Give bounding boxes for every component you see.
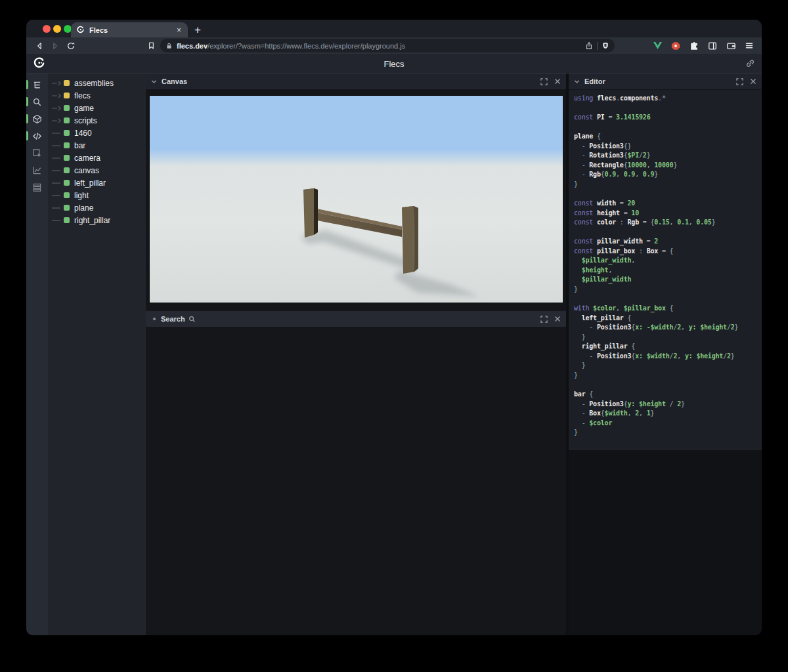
browser-tab[interactable]: Flecs ×: [71, 22, 188, 37]
search-close-icon[interactable]: [554, 316, 561, 322]
editor-fullscreen-icon[interactable]: [736, 78, 743, 85]
tree-item-scripts[interactable]: scripts: [48, 114, 146, 127]
code-line: - $color: [574, 419, 756, 429]
search-fullscreen-icon[interactable]: [540, 316, 548, 323]
code-line: $height,: [574, 266, 756, 276]
tree-item-camera[interactable]: camera: [48, 152, 146, 164]
tree-item-game[interactable]: game: [48, 102, 146, 114]
tree-item-right_pillar[interactable]: right_pillar: [48, 214, 146, 226]
code-line: }: [574, 333, 756, 343]
forward-icon[interactable]: [47, 39, 63, 52]
code-line: - Box{$width, 2, 1}: [574, 409, 756, 419]
left-icon-rail: [26, 74, 48, 635]
code-line: const width = 20: [574, 199, 756, 209]
desktop-background: Flecs × + flecs.dev/explore: [0, 0, 788, 672]
share-link-icon[interactable]: [745, 58, 755, 68]
code-line: - Position3{x: $width/2, y: $height/2}: [574, 352, 756, 362]
rail-code-icon[interactable]: [26, 127, 48, 144]
code-line: - Position3{y: $height / 2}: [574, 400, 756, 410]
tree-item-bar[interactable]: bar: [48, 139, 146, 152]
tree-item-label: 1460: [74, 129, 92, 138]
url-text[interactable]: flecs.dev/explorer/?wasm=https://www.fle…: [177, 42, 585, 50]
extensions-puzzle-icon[interactable]: [688, 40, 700, 52]
code-line: with $color, $pillar_box {: [574, 304, 756, 314]
rail-data-icon[interactable]: [26, 178, 48, 196]
new-tab-button[interactable]: +: [194, 22, 201, 37]
tab-close-icon[interactable]: ×: [175, 26, 183, 35]
url-path: /explorer/?wasm=https://www.flecs.dev/ex…: [208, 42, 405, 50]
expand-arrow-icon[interactable]: [52, 106, 64, 111]
wallet-icon[interactable]: [725, 40, 737, 52]
browser-window: Flecs × + flecs.dev/explore: [26, 20, 762, 635]
window-close-button[interactable]: [43, 25, 51, 33]
leaf-dash-icon: [52, 168, 64, 173]
chevron-down-icon[interactable]: [151, 79, 157, 85]
entity-tree-panel: assembliesflecsgamescripts1460barcamerac…: [48, 74, 146, 635]
search-panel-title: Search: [161, 315, 185, 323]
tree-item-label: light: [74, 191, 89, 200]
tree-item-canvas[interactable]: canvas: [48, 164, 146, 177]
leaf-dash-icon: [52, 193, 64, 198]
adblock-icon[interactable]: [670, 40, 682, 52]
lock-icon: [165, 42, 173, 50]
canvas-3d-scene: [150, 96, 563, 303]
code-line: [574, 123, 756, 133]
rail-cube-icon[interactable]: [26, 110, 48, 127]
canvas-panel-title: Canvas: [162, 77, 534, 85]
entity-tag-green: [64, 155, 70, 161]
sidebar-icon[interactable]: [707, 40, 718, 52]
bookmark-icon[interactable]: [143, 39, 159, 52]
window-minimize-button[interactable]: [53, 25, 61, 33]
rail-stats-icon[interactable]: [26, 161, 48, 178]
menu-icon[interactable]: [743, 40, 755, 52]
vue-devtools-icon[interactable]: [651, 40, 663, 52]
code-line: bar {: [574, 390, 756, 400]
code-line: }: [574, 428, 756, 438]
code-line: - Position3{x: -$width/2, y: $height/2}: [574, 323, 756, 333]
active-indicator: [26, 80, 28, 89]
code-line: [574, 189, 756, 199]
rail-inspector-icon[interactable]: [26, 144, 48, 161]
chevron-down-icon[interactable]: [574, 79, 580, 85]
search-collapse-dot-icon[interactable]: [153, 318, 156, 320]
tree-item-label: scripts: [74, 116, 97, 125]
rail-entity-tree-icon[interactable]: [26, 76, 48, 93]
code-editor[interactable]: using flecs.components.* const PI = 3.14…: [569, 90, 762, 450]
entity-tag-green: [64, 192, 70, 198]
expand-arrow-icon[interactable]: [52, 81, 64, 86]
brave-shield-icon[interactable]: [602, 41, 609, 50]
editor-close-icon[interactable]: [750, 78, 756, 85]
expand-arrow-icon[interactable]: [52, 93, 64, 98]
tab-favicon-flecs-icon: [76, 26, 85, 34]
tree-item-label: camera: [74, 154, 100, 163]
entity-tag-green: [64, 180, 70, 186]
active-indicator: [26, 131, 28, 140]
canvas-close-icon[interactable]: [554, 78, 561, 85]
tree-item-label: canvas: [74, 166, 99, 175]
active-indicator: [26, 114, 28, 123]
center-column: Canvas: [146, 74, 566, 635]
rail-search-icon[interactable]: [26, 93, 48, 110]
code-line: }: [574, 361, 756, 371]
url-bar[interactable]: flecs.dev/explorer/?wasm=https://www.fle…: [160, 39, 615, 52]
tree-item-flecs[interactable]: flecs: [48, 89, 146, 102]
tree-item-label: assemblies: [74, 79, 114, 88]
search-panel-header: Search: [146, 311, 566, 327]
share-icon[interactable]: [585, 41, 593, 50]
canvas-fullscreen-icon[interactable]: [540, 78, 548, 85]
tree-item-1460[interactable]: 1460: [48, 127, 146, 139]
scene-left-pillar: [303, 188, 318, 238]
flecs-app-header: Flecs: [26, 54, 762, 74]
canvas-3d-viewport[interactable]: [150, 96, 563, 303]
code-line: [574, 380, 756, 390]
tree-item-plane[interactable]: plane: [48, 201, 146, 214]
back-icon[interactable]: [32, 39, 47, 52]
code-line: const pillar_width = 2: [574, 237, 756, 247]
canvas-panel-header: Canvas: [146, 74, 566, 90]
tree-item-left_pillar[interactable]: left_pillar: [48, 177, 146, 189]
tree-item-light[interactable]: light: [48, 189, 146, 201]
expand-arrow-icon[interactable]: [52, 118, 64, 123]
reload-icon[interactable]: [63, 39, 79, 52]
entity-tag-green: [64, 217, 70, 223]
tree-item-assemblies[interactable]: assemblies: [48, 77, 146, 89]
